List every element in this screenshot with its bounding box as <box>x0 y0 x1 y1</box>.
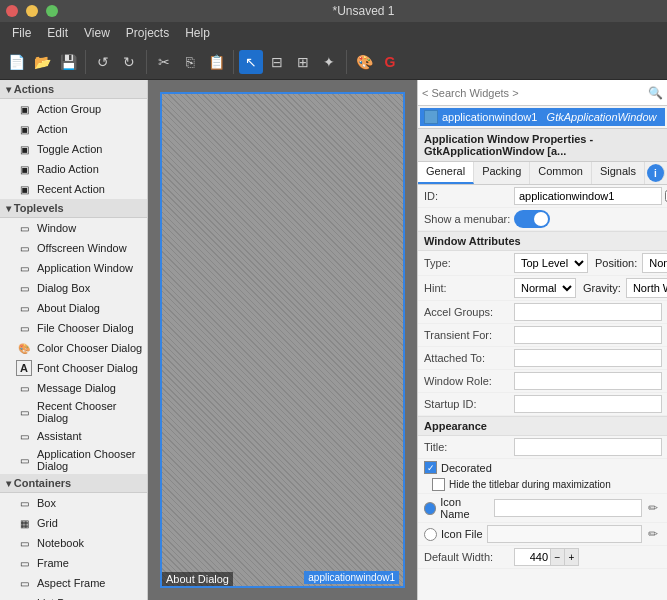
prop-title-value: ✏ <box>514 438 667 456</box>
snap-icon[interactable]: ✦ <box>317 50 341 74</box>
widget-file-chooser-dialog[interactable]: ▭ File Chooser Dialog <box>0 318 147 338</box>
prop-window-role-value <box>514 372 662 390</box>
prop-attached-row: Attached To: ✏ <box>418 347 667 370</box>
properties-content: Application Window Properties - GtkAppli… <box>418 129 667 600</box>
tab-info[interactable]: i <box>647 164 665 182</box>
redo-icon[interactable]: ↻ <box>117 50 141 74</box>
search-input[interactable] <box>422 87 644 99</box>
prop-type-label: Type: <box>424 257 514 269</box>
message-dialog-icon: ▭ <box>16 380 32 396</box>
close-button[interactable] <box>6 5 18 17</box>
position-select[interactable]: None <box>642 253 667 273</box>
cut-icon[interactable]: ✂ <box>152 50 176 74</box>
section-actions[interactable]: Actions <box>0 80 147 99</box>
maximize-button[interactable] <box>46 5 58 17</box>
icon-name-radio[interactable] <box>424 502 436 515</box>
prop-attached-value: ✏ <box>514 349 667 367</box>
app-chooser-dialog-icon: ▭ <box>16 452 32 468</box>
icon-file-radio[interactable] <box>424 528 437 541</box>
widget-frame[interactable]: ▭ Frame <box>0 553 147 573</box>
menubar-toggle[interactable] <box>514 210 550 228</box>
menu-projects[interactable]: Projects <box>118 24 177 42</box>
icon-name-input[interactable] <box>494 499 642 517</box>
menu-file[interactable]: File <box>4 24 39 42</box>
widget-assistant[interactable]: ▭ Assistant <box>0 426 147 446</box>
section-toplevels[interactable]: Toplevels <box>0 199 147 218</box>
tab-common[interactable]: Common <box>530 162 592 184</box>
palette-icon[interactable]: 🎨 <box>352 50 376 74</box>
window-role-input[interactable] <box>514 372 662 390</box>
menu-help[interactable]: Help <box>177 24 218 42</box>
widget-message-dialog[interactable]: ▭ Message Dialog <box>0 378 147 398</box>
widget-box[interactable]: ▭ Box <box>0 493 147 513</box>
widget-window[interactable]: ▭ Window <box>0 218 147 238</box>
id-input[interactable] <box>514 187 662 205</box>
widget-dialog-box[interactable]: ▭ Dialog Box <box>0 278 147 298</box>
widget-list-box[interactable]: ▭ List Box <box>0 593 147 600</box>
prop-id-label: ID: <box>424 190 514 202</box>
title-input[interactable] <box>514 438 662 456</box>
widget-action[interactable]: ▣ Action <box>0 119 147 139</box>
type-select[interactable]: Top Level <box>514 253 588 273</box>
canvas-label: applicationwindow1 <box>304 571 399 584</box>
grid-icon: ▦ <box>16 515 32 531</box>
paste-icon[interactable]: 📋 <box>204 50 228 74</box>
gravity-select[interactable]: North West <box>626 278 667 298</box>
stepper-plus-button[interactable]: + <box>564 549 578 565</box>
tab-signals[interactable]: Signals <box>592 162 645 184</box>
radio-action-icon: ▣ <box>16 161 32 177</box>
copy-icon[interactable]: ⎘ <box>178 50 202 74</box>
widget-notebook[interactable]: ▭ Notebook <box>0 533 147 553</box>
menu-edit[interactable]: Edit <box>39 24 76 42</box>
undo-icon[interactable]: ↺ <box>91 50 115 74</box>
decorated-checkbox[interactable]: ✓ <box>424 461 437 474</box>
attached-input[interactable] <box>514 349 662 367</box>
icon-file-input[interactable] <box>487 525 642 543</box>
tab-packing[interactable]: Packing <box>474 162 530 184</box>
distribute-icon[interactable]: ⊞ <box>291 50 315 74</box>
tab-general[interactable]: General <box>418 162 474 184</box>
prop-type-value: Top Level Position: None <box>514 253 667 273</box>
icon-file-label: Icon File <box>441 528 483 540</box>
widget-color-chooser-dialog[interactable]: 🎨 Color Chooser Dialog <box>0 338 147 358</box>
select-pointer-icon[interactable]: ↖ <box>239 50 263 74</box>
widget-grid[interactable]: ▦ Grid <box>0 513 147 533</box>
widget-action-group[interactable]: ▣ Action Group <box>0 99 147 119</box>
open-icon[interactable]: 📂 <box>30 50 54 74</box>
widget-aspect-frame[interactable]: ▭ Aspect Frame <box>0 573 147 593</box>
tree-item-appwindow[interactable]: applicationwindow1 GtkApplicationWindow <box>420 108 665 126</box>
stepper-minus-button[interactable]: − <box>550 549 564 565</box>
widget-font-chooser-dialog[interactable]: A Font Chooser Dialog <box>0 358 147 378</box>
dialog-box-icon: ▭ <box>16 280 32 296</box>
canvas-area[interactable]: applicationwindow1 About Dialog <box>160 92 405 588</box>
hide-titlebar-checkbox[interactable] <box>432 478 445 491</box>
prop-menubar-row: Show a menubar: <box>418 208 667 231</box>
startup-input[interactable] <box>514 395 662 413</box>
icon-file-edit-button[interactable]: ✏ <box>645 526 661 542</box>
widget-search-bar: 🔍 <box>418 80 667 106</box>
icon-name-edit-button[interactable]: ✏ <box>645 500 661 516</box>
default-width-input[interactable] <box>515 550 550 564</box>
widget-recent-chooser-dialog[interactable]: ▭ Recent Chooser Dialog <box>0 398 147 426</box>
icon-file-radio-item: Icon File <box>424 528 483 541</box>
hint-select[interactable]: Normal <box>514 278 576 298</box>
widget-application-window[interactable]: ▭ Application Window <box>0 258 147 278</box>
widget-offscreen-window[interactable]: ▭ Offscreen Window <box>0 238 147 258</box>
widget-about-dialog[interactable]: ▭ About Dialog <box>0 298 147 318</box>
glade-icon[interactable]: G <box>378 50 402 74</box>
minimize-button[interactable] <box>26 5 38 17</box>
widget-radio-action[interactable]: ▣ Radio Action <box>0 159 147 179</box>
widget-app-chooser-dialog[interactable]: ▭ Application Chooser Dialog <box>0 446 147 474</box>
section-containers[interactable]: Containers <box>0 474 147 493</box>
widget-recent-action[interactable]: ▣ Recent Action <box>0 179 147 199</box>
save-icon[interactable]: 💾 <box>56 50 80 74</box>
menu-view[interactable]: View <box>76 24 118 42</box>
new-icon[interactable]: 📄 <box>4 50 28 74</box>
window-title: *Unsaved 1 <box>66 4 661 18</box>
prop-transient-row: Transient For: ✏ <box>418 324 667 347</box>
prop-default-width-value: − + <box>514 548 661 566</box>
widget-toggle-action[interactable]: ▣ Toggle Action <box>0 139 147 159</box>
align-left-icon[interactable]: ⊟ <box>265 50 289 74</box>
accel-input[interactable] <box>514 303 662 321</box>
transient-input[interactable] <box>514 326 662 344</box>
